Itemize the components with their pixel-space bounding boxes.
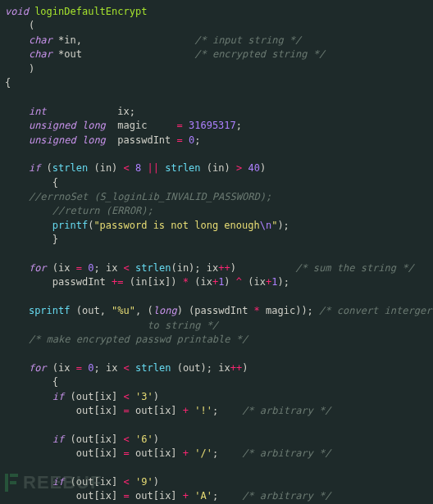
function-name: loginDefaultEncrypt: [34, 6, 147, 17]
code-block: void loginDefaultEncrypt ( char *in, /* …: [0, 0, 433, 504]
